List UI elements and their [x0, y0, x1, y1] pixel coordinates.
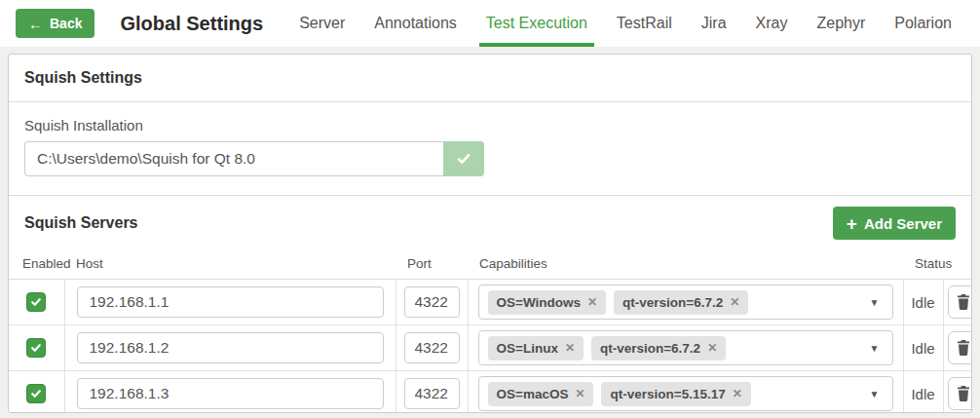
enabled-checkbox[interactable] — [26, 292, 46, 312]
delete-server-button[interactable] — [948, 285, 972, 319]
remove-tag-icon[interactable]: ✕ — [587, 295, 597, 309]
squish-servers-header: Squish Servers + Add Server — [9, 196, 971, 250]
settings-panel: Squish Settings Squish Installation Squi… — [8, 54, 972, 413]
column-header-capabilities: Capabilities — [468, 250, 903, 280]
column-header-host: Host — [64, 250, 396, 280]
remove-tag-icon[interactable]: ✕ — [733, 387, 742, 400]
trash-icon — [957, 386, 970, 401]
top-bar: ← Back Global Settings Server Annotation… — [0, 0, 980, 47]
servers-table: Enabled Host Port Capabilities Status — [9, 250, 972, 413]
capability-tag-label: qt-version=6.7.2 — [622, 295, 723, 310]
squish-settings-header: Squish Settings — [9, 55, 971, 102]
status-badge: Idle — [903, 371, 943, 414]
back-button-label: Back — [50, 16, 82, 31]
trash-icon — [957, 294, 970, 310]
remove-tag-icon[interactable]: ✕ — [575, 387, 584, 400]
tab-polarion[interactable]: Polarion — [880, 0, 966, 47]
tab-server[interactable]: Server — [284, 0, 359, 47]
port-input[interactable] — [404, 378, 460, 409]
add-server-button[interactable]: + Add Server — [833, 207, 956, 240]
squish-installation-label: Squish Installation — [24, 117, 956, 133]
tab-zephyr[interactable]: Zephyr — [802, 0, 880, 47]
squish-installation-input-group — [24, 141, 484, 176]
host-input[interactable] — [77, 378, 384, 409]
port-input[interactable] — [404, 332, 460, 363]
capability-tag: OS=macOS ✕ — [488, 382, 594, 406]
add-server-label: Add Server — [864, 215, 942, 232]
remove-tag-icon[interactable]: ✕ — [730, 295, 739, 309]
remove-tag-icon[interactable]: ✕ — [707, 341, 717, 355]
page-title: Global Settings — [120, 13, 263, 35]
delete-server-button[interactable] — [948, 331, 972, 364]
tab-xray[interactable]: Xray — [741, 0, 803, 47]
back-button[interactable]: ← Back — [16, 9, 94, 38]
squish-installation-input[interactable] — [24, 141, 443, 176]
enabled-checkbox[interactable] — [26, 384, 46, 403]
capability-tag: qt-version=5.15.17 ✕ — [601, 382, 750, 406]
column-header-status: Status — [903, 250, 943, 280]
capability-tag-label: OS=macOS — [497, 387, 569, 401]
squish-settings-title: Squish Settings — [24, 69, 142, 87]
checkmark-icon — [30, 296, 42, 308]
back-arrow-icon: ← — [28, 17, 43, 31]
status-badge: Idle — [903, 280, 943, 325]
capability-tag-label: OS=Windows — [497, 295, 582, 310]
table-row: OS=macOS ✕ qt-version=5.15.17 ✕ ▼ Idle — [9, 371, 972, 414]
trash-icon — [957, 340, 970, 356]
tab-bar: Server Annotations Test Execution TestRa… — [284, 0, 966, 47]
checkmark-icon — [30, 388, 42, 399]
tab-jira[interactable]: Jira — [687, 0, 741, 47]
column-header-port: Port — [396, 250, 468, 280]
plus-icon: + — [847, 214, 857, 233]
tab-annotations[interactable]: Annotations — [359, 0, 471, 47]
servers-table-header-row: Enabled Host Port Capabilities Status — [9, 250, 972, 280]
squish-installation-section: Squish Installation — [9, 102, 971, 196]
capability-tag-label: qt-version=5.15.17 — [610, 387, 725, 401]
capabilities-select[interactable]: OS=Linux ✕ qt-version=6.7.2 ✕ ▼ — [478, 330, 893, 365]
status-badge: Idle — [903, 325, 943, 371]
capability-tag-label: qt-version=6.7.2 — [600, 341, 700, 356]
capability-tag: OS=Linux ✕ — [488, 336, 584, 361]
tab-testrail[interactable]: TestRail — [602, 0, 687, 47]
chevron-down-icon[interactable]: ▼ — [870, 343, 884, 354]
remove-tag-icon[interactable]: ✕ — [565, 341, 575, 355]
capability-tag: qt-version=6.7.2 ✕ — [591, 336, 726, 361]
capabilities-select[interactable]: OS=Windows ✕ qt-version=6.7.2 ✕ ▼ — [478, 285, 893, 320]
column-header-enabled: Enabled — [9, 250, 64, 280]
chevron-down-icon[interactable]: ▼ — [870, 297, 884, 308]
tab-test-execution[interactable]: Test Execution — [471, 0, 602, 47]
squish-servers-title: Squish Servers — [24, 214, 138, 232]
capability-tag: OS=Windows ✕ — [488, 290, 607, 315]
chevron-down-icon[interactable]: ▼ — [870, 389, 884, 399]
capabilities-select[interactable]: OS=macOS ✕ qt-version=5.15.17 ✕ ▼ — [478, 376, 893, 411]
capability-tag-label: OS=Linux — [497, 341, 558, 356]
table-row: OS=Windows ✕ qt-version=6.7.2 ✕ ▼ Idle — [9, 280, 972, 325]
capability-tag: qt-version=6.7.2 ✕ — [614, 290, 748, 315]
port-input[interactable] — [404, 286, 460, 318]
table-row: OS=Linux ✕ qt-version=6.7.2 ✕ ▼ Idle — [9, 325, 972, 371]
checkmark-icon — [456, 151, 471, 167]
delete-server-button[interactable] — [948, 377, 972, 410]
enabled-checkbox[interactable] — [26, 338, 46, 358]
host-input[interactable] — [77, 332, 384, 363]
host-input[interactable] — [77, 286, 384, 318]
checkmark-icon — [30, 342, 42, 354]
installation-confirm-button[interactable] — [443, 141, 484, 176]
